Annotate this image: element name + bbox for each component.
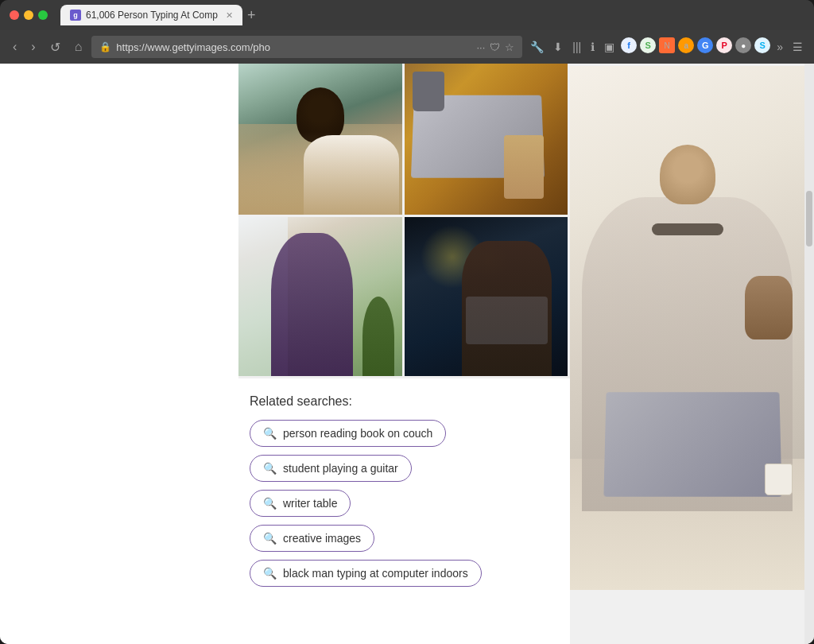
skype-icon[interactable]: S xyxy=(754,37,770,53)
related-searches-title: Related searches: xyxy=(250,394,559,409)
related-search-text-5: black man typing at computer indoors xyxy=(283,567,468,580)
mid-image-row xyxy=(238,217,570,378)
active-tab[interactable]: g 61,006 Person Typing At Comp ✕ xyxy=(60,5,242,25)
facebook-icon[interactable]: f xyxy=(621,37,637,53)
related-search-pill-5[interactable]: 🔍 black man typing at computer indoors xyxy=(250,560,482,587)
forward-button[interactable]: › xyxy=(26,37,40,57)
back-button[interactable]: ‹ xyxy=(8,37,21,57)
related-search-text-4: creative images xyxy=(283,532,361,545)
browser-content: Related searches: 🔍 person reading book … xyxy=(0,64,814,644)
close-button[interactable] xyxy=(10,10,19,20)
tools-icon[interactable]: 🔧 xyxy=(527,37,547,56)
right-tall-image-col xyxy=(570,64,804,644)
related-search-pill-1[interactable]: 🔍 person reading book on couch xyxy=(250,420,446,447)
home-button[interactable]: ⌂ xyxy=(70,37,87,57)
main-column: Related searches: 🔍 person reading book … xyxy=(238,64,804,644)
extra-icon[interactable]: ● xyxy=(735,37,751,53)
related-search-pill-4[interactable]: 🔍 creative images xyxy=(250,525,374,552)
more-icon[interactable]: ··· xyxy=(476,41,485,53)
scroll-thumb[interactable] xyxy=(806,191,812,246)
traffic-lights xyxy=(10,10,48,20)
search-icon-5: 🔍 xyxy=(263,567,277,580)
lock-icon: 🔒 xyxy=(99,41,111,52)
tab-title: 61,006 Person Typing At Comp xyxy=(86,10,218,21)
download-icon[interactable]: ⬇ xyxy=(550,37,566,56)
minimize-button[interactable] xyxy=(24,10,33,20)
image-cell-1[interactable] xyxy=(238,64,402,215)
scrollbar[interactable] xyxy=(804,64,814,644)
title-bar: g 61,006 Person Typing At Comp ✕ + xyxy=(0,0,814,30)
image-cell-2[interactable] xyxy=(405,64,568,215)
browser-window: g 61,006 Person Typing At Comp ✕ + ‹ › ↺… xyxy=(0,0,814,644)
page-area: Related searches: 🔍 person reading book … xyxy=(0,64,814,644)
menu-icon[interactable]: ☰ xyxy=(789,37,806,56)
new-tab-button[interactable]: + xyxy=(247,7,256,24)
library-icon[interactable]: ||| xyxy=(569,37,584,56)
sync-icon[interactable]: S xyxy=(640,37,656,53)
more-tools-icon[interactable]: » xyxy=(773,37,786,56)
reload-button[interactable]: ↺ xyxy=(45,37,65,58)
related-search-text-3: writer table xyxy=(283,497,337,510)
search-icon-4: 🔍 xyxy=(263,532,277,545)
image-cell-5[interactable] xyxy=(570,66,804,590)
address-bar[interactable]: 🔒 https://www.gettyimages.com/pho ··· 🛡 … xyxy=(91,36,522,58)
address-bar-icons: ··· 🛡 ☆ xyxy=(476,41,514,53)
bottom-section: Related searches: 🔍 person reading book … xyxy=(238,378,570,611)
star-icon[interactable]: ☆ xyxy=(505,41,514,53)
related-search-pill-3[interactable]: 🔍 writer table xyxy=(250,490,351,517)
image-cell-4[interactable] xyxy=(405,217,568,376)
search-icon-2: 🔍 xyxy=(263,462,277,475)
related-search-text-1: person reading book on couch xyxy=(283,427,432,440)
url-text: https://www.gettyimages.com/pho xyxy=(116,41,471,53)
amazon-icon[interactable]: a xyxy=(678,37,694,53)
tab-close-icon[interactable]: ✕ xyxy=(226,10,233,21)
google-icon[interactable]: G xyxy=(697,37,713,53)
bookmark-icon[interactable]: N xyxy=(659,37,675,53)
top-image-row xyxy=(238,64,570,217)
search-icon-1: 🔍 xyxy=(263,427,277,440)
maximize-button[interactable] xyxy=(38,10,48,20)
shield-icon: 🛡 xyxy=(490,41,500,53)
navigation-bar: ‹ › ↺ ⌂ 🔒 https://www.gettyimages.com/ph… xyxy=(0,30,814,64)
reader-icon[interactable]: ▣ xyxy=(601,37,618,56)
search-icon-3: 🔍 xyxy=(263,497,277,510)
related-search-pill-2[interactable]: 🔍 student playing a guitar xyxy=(250,455,412,482)
left-sidebar xyxy=(0,64,238,644)
scroll-area[interactable]: Related searches: 🔍 person reading book … xyxy=(238,64,570,644)
tab-bar: g 61,006 Person Typing At Comp ✕ + xyxy=(60,5,804,25)
tab-favicon: g xyxy=(70,10,81,21)
toolbar-icons: 🔧 ⬇ ||| ℹ ▣ f S N a G P ● S » ☰ xyxy=(527,37,806,56)
info-icon[interactable]: ℹ xyxy=(587,37,598,56)
image-cell-3[interactable] xyxy=(238,217,402,376)
related-search-text-2: student playing a guitar xyxy=(283,462,398,475)
related-searches-panel: Related searches: 🔍 person reading book … xyxy=(238,378,570,611)
pinterest-icon[interactable]: P xyxy=(716,37,732,53)
